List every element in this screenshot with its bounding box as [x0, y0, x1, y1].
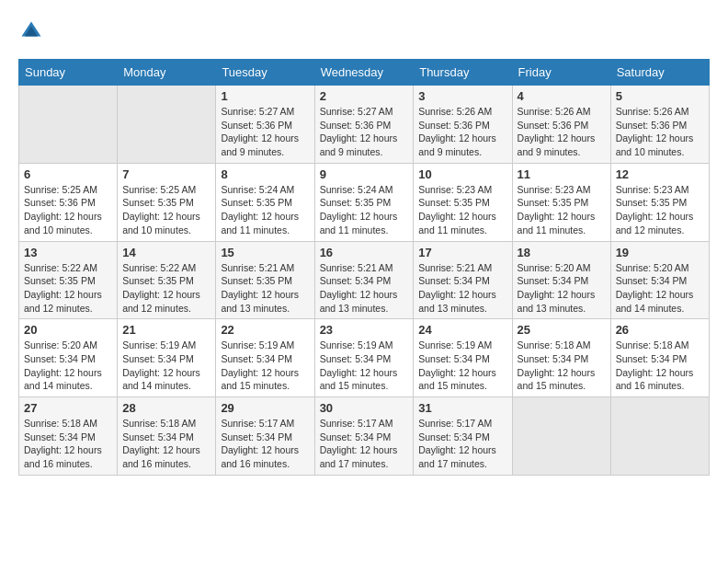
day-number: 28 [122, 401, 210, 415]
day-info: Sunrise: 5:26 AM Sunset: 5:36 PM Dayligh… [518, 105, 606, 159]
day-number: 21 [122, 323, 210, 337]
day-number: 25 [518, 323, 606, 337]
day-number: 26 [616, 323, 704, 337]
day-info: Sunrise: 5:24 AM Sunset: 5:35 PM Dayligh… [221, 183, 309, 237]
day-info: Sunrise: 5:27 AM Sunset: 5:36 PM Dayligh… [221, 105, 309, 159]
day-number: 17 [418, 246, 506, 259]
day-info: Sunrise: 5:20 AM Sunset: 5:34 PM Dayligh… [24, 339, 112, 393]
day-info: Sunrise: 5:25 AM Sunset: 5:35 PM Dayligh… [122, 183, 210, 237]
calendar-week-row: 1Sunrise: 5:27 AM Sunset: 5:36 PM Daylig… [19, 86, 710, 164]
day-header-friday: Friday [512, 60, 610, 86]
calendar-cell: 6Sunrise: 5:25 AM Sunset: 5:36 PM Daylig… [19, 163, 118, 241]
day-number: 31 [418, 401, 506, 415]
calendar-cell: 20Sunrise: 5:20 AM Sunset: 5:34 PM Dayli… [19, 319, 118, 397]
calendar-cell: 4Sunrise: 5:26 AM Sunset: 5:36 PM Daylig… [512, 86, 610, 164]
day-info: Sunrise: 5:22 AM Sunset: 5:35 PM Dayligh… [24, 261, 112, 316]
day-header-wednesday: Wednesday [314, 60, 414, 86]
calendar-cell: 19Sunrise: 5:20 AM Sunset: 5:34 PM Dayli… [610, 241, 709, 319]
day-info: Sunrise: 5:19 AM Sunset: 5:34 PM Dayligh… [320, 339, 409, 393]
day-number: 20 [24, 323, 112, 337]
calendar-week-row: 27Sunrise: 5:18 AM Sunset: 5:34 PM Dayli… [19, 397, 710, 476]
calendar-cell: 15Sunrise: 5:21 AM Sunset: 5:35 PM Dayli… [216, 241, 314, 319]
day-info: Sunrise: 5:21 AM Sunset: 5:35 PM Dayligh… [221, 261, 309, 316]
calendar-cell: 2Sunrise: 5:27 AM Sunset: 5:36 PM Daylig… [314, 86, 414, 164]
calendar-cell: 21Sunrise: 5:19 AM Sunset: 5:34 PM Dayli… [118, 319, 216, 397]
day-number: 29 [221, 401, 309, 415]
calendar-cell: 27Sunrise: 5:18 AM Sunset: 5:34 PM Dayli… [19, 397, 118, 476]
day-info: Sunrise: 5:26 AM Sunset: 5:36 PM Dayligh… [616, 105, 704, 159]
calendar-week-row: 6Sunrise: 5:25 AM Sunset: 5:36 PM Daylig… [19, 163, 710, 241]
day-number: 3 [418, 89, 506, 103]
day-info: Sunrise: 5:18 AM Sunset: 5:34 PM Dayligh… [616, 339, 704, 393]
calendar-table: SundayMondayTuesdayWednesdayThursdayFrid… [18, 59, 710, 476]
day-info: Sunrise: 5:19 AM Sunset: 5:34 PM Dayligh… [122, 339, 210, 393]
day-header-saturday: Saturday [610, 60, 709, 86]
logo-icon [18, 18, 44, 44]
calendar-cell: 12Sunrise: 5:23 AM Sunset: 5:35 PM Dayli… [610, 163, 709, 241]
day-info: Sunrise: 5:20 AM Sunset: 5:34 PM Dayligh… [616, 261, 704, 316]
day-header-tuesday: Tuesday [216, 60, 314, 86]
calendar-cell: 22Sunrise: 5:19 AM Sunset: 5:34 PM Dayli… [216, 319, 314, 397]
day-number: 30 [320, 401, 409, 415]
day-info: Sunrise: 5:23 AM Sunset: 5:35 PM Dayligh… [518, 183, 606, 237]
day-info: Sunrise: 5:19 AM Sunset: 5:34 PM Dayligh… [221, 339, 309, 393]
day-number: 23 [320, 323, 409, 337]
calendar-cell: 14Sunrise: 5:22 AM Sunset: 5:35 PM Dayli… [118, 241, 216, 319]
day-info: Sunrise: 5:19 AM Sunset: 5:34 PM Dayligh… [418, 339, 506, 393]
day-number: 10 [418, 167, 506, 181]
calendar-week-row: 20Sunrise: 5:20 AM Sunset: 5:34 PM Dayli… [19, 319, 710, 397]
calendar-cell [610, 397, 709, 476]
calendar-cell: 9Sunrise: 5:24 AM Sunset: 5:35 PM Daylig… [314, 163, 414, 241]
calendar-cell: 16Sunrise: 5:21 AM Sunset: 5:34 PM Dayli… [314, 241, 414, 319]
day-info: Sunrise: 5:17 AM Sunset: 5:34 PM Dayligh… [320, 417, 409, 471]
calendar-header-row: SundayMondayTuesdayWednesdayThursdayFrid… [19, 60, 710, 86]
day-info: Sunrise: 5:21 AM Sunset: 5:34 PM Dayligh… [418, 261, 506, 316]
day-info: Sunrise: 5:21 AM Sunset: 5:34 PM Dayligh… [320, 261, 409, 316]
day-header-thursday: Thursday [414, 60, 512, 86]
day-number: 1 [221, 89, 309, 103]
day-info: Sunrise: 5:24 AM Sunset: 5:35 PM Dayligh… [320, 183, 409, 237]
day-number: 11 [518, 167, 606, 181]
calendar-cell: 18Sunrise: 5:20 AM Sunset: 5:34 PM Dayli… [512, 241, 610, 319]
day-header-monday: Monday [118, 60, 216, 86]
calendar-cell [19, 86, 118, 164]
logo [18, 18, 48, 44]
day-number: 2 [320, 89, 409, 103]
day-number: 19 [616, 246, 704, 259]
day-number: 12 [616, 167, 704, 181]
day-info: Sunrise: 5:22 AM Sunset: 5:35 PM Dayligh… [122, 261, 210, 316]
day-number: 5 [616, 89, 704, 103]
day-number: 16 [320, 246, 409, 259]
calendar-cell: 13Sunrise: 5:22 AM Sunset: 5:35 PM Dayli… [19, 241, 118, 319]
day-number: 8 [221, 167, 309, 181]
calendar-cell: 24Sunrise: 5:19 AM Sunset: 5:34 PM Dayli… [414, 319, 512, 397]
day-number: 13 [24, 246, 112, 259]
calendar-cell: 23Sunrise: 5:19 AM Sunset: 5:34 PM Dayli… [314, 319, 414, 397]
calendar-cell [118, 86, 216, 164]
day-number: 22 [221, 323, 309, 337]
calendar-cell: 1Sunrise: 5:27 AM Sunset: 5:36 PM Daylig… [216, 86, 314, 164]
calendar-cell: 3Sunrise: 5:26 AM Sunset: 5:36 PM Daylig… [414, 86, 512, 164]
calendar-cell: 11Sunrise: 5:23 AM Sunset: 5:35 PM Dayli… [512, 163, 610, 241]
day-info: Sunrise: 5:23 AM Sunset: 5:35 PM Dayligh… [418, 183, 506, 237]
day-info: Sunrise: 5:27 AM Sunset: 5:36 PM Dayligh… [320, 105, 409, 159]
calendar-cell: 29Sunrise: 5:17 AM Sunset: 5:34 PM Dayli… [216, 397, 314, 476]
day-number: 14 [122, 246, 210, 259]
day-number: 7 [122, 167, 210, 181]
calendar-cell: 28Sunrise: 5:18 AM Sunset: 5:34 PM Dayli… [118, 397, 216, 476]
day-info: Sunrise: 5:20 AM Sunset: 5:34 PM Dayligh… [518, 261, 606, 316]
calendar-cell [512, 397, 610, 476]
calendar-cell: 17Sunrise: 5:21 AM Sunset: 5:34 PM Dayli… [414, 241, 512, 319]
calendar-cell: 7Sunrise: 5:25 AM Sunset: 5:35 PM Daylig… [118, 163, 216, 241]
day-number: 9 [320, 167, 409, 181]
day-number: 4 [518, 89, 606, 103]
day-number: 27 [24, 401, 112, 415]
day-info: Sunrise: 5:23 AM Sunset: 5:35 PM Dayligh… [616, 183, 704, 237]
day-info: Sunrise: 5:25 AM Sunset: 5:36 PM Dayligh… [24, 183, 112, 237]
calendar-cell: 26Sunrise: 5:18 AM Sunset: 5:34 PM Dayli… [610, 319, 709, 397]
day-number: 24 [418, 323, 506, 337]
day-number: 15 [221, 246, 309, 259]
day-number: 18 [518, 246, 606, 259]
calendar-cell: 8Sunrise: 5:24 AM Sunset: 5:35 PM Daylig… [216, 163, 314, 241]
day-info: Sunrise: 5:18 AM Sunset: 5:34 PM Dayligh… [518, 339, 606, 393]
